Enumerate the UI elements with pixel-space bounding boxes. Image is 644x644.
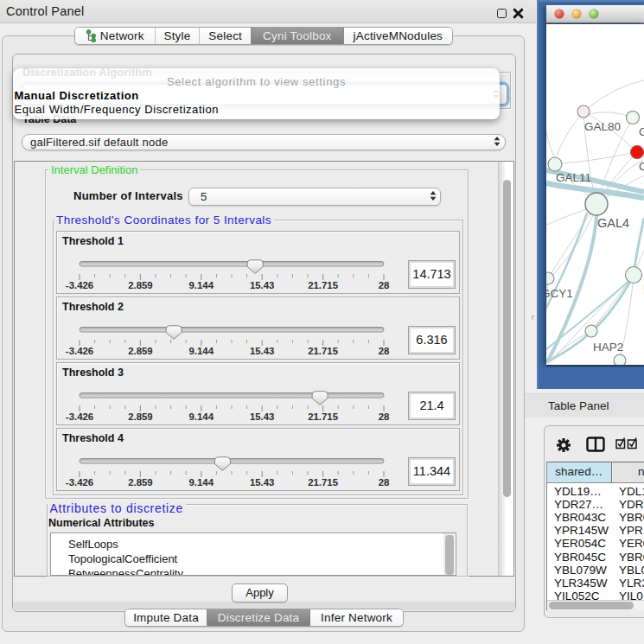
- svg-text:-3.426: -3.426: [66, 280, 93, 290]
- svg-text:GAL4: GAL4: [597, 216, 629, 230]
- svg-text:21.715: 21.715: [308, 477, 339, 488]
- svg-text:GAL11: GAL11: [556, 171, 591, 184]
- svg-text:HAP2: HAP2: [593, 341, 623, 354]
- svg-text:9.144: 9.144: [189, 346, 214, 356]
- svg-text:15.43: 15.43: [250, 280, 275, 290]
- svg-text:GCY1: GCY1: [546, 287, 573, 300]
- svg-text:28: 28: [379, 411, 390, 422]
- svg-text:15.43: 15.43: [250, 477, 275, 488]
- svg-text:15.43: 15.43: [250, 411, 275, 422]
- svg-text:GA: GA: [639, 125, 644, 138]
- svg-text:28: 28: [379, 477, 390, 488]
- svg-text:28: 28: [379, 346, 390, 356]
- svg-text:2.859: 2.859: [128, 411, 153, 422]
- svg-text:2.859: 2.859: [128, 280, 153, 290]
- svg-text:-3.426: -3.426: [66, 477, 93, 488]
- svg-text:2.859: 2.859: [128, 346, 153, 356]
- svg-text:15.43: 15.43: [250, 346, 275, 356]
- svg-text:21.715: 21.715: [308, 411, 339, 422]
- svg-text:GAL80: GAL80: [584, 120, 621, 133]
- svg-text:21.715: 21.715: [308, 346, 339, 356]
- svg-text:2.859: 2.859: [128, 477, 153, 488]
- svg-text:21.715: 21.715: [308, 280, 339, 290]
- svg-text:28: 28: [379, 280, 390, 290]
- svg-text:9.144: 9.144: [189, 477, 214, 488]
- svg-text:9.144: 9.144: [189, 411, 214, 422]
- svg-text:C: C: [639, 160, 644, 173]
- svg-text:9.144: 9.144: [189, 280, 214, 290]
- svg-text:-3.426: -3.426: [66, 411, 93, 422]
- svg-text:-3.426: -3.426: [66, 346, 93, 356]
